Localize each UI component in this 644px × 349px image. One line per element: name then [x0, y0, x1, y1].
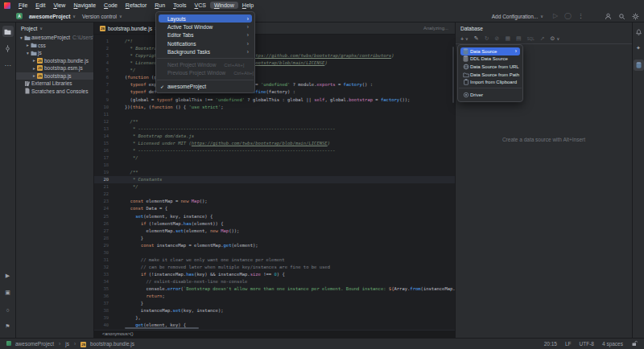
terminal-icon[interactable]: ▣ — [2, 287, 14, 298]
chevron-collapsed-icon[interactable]: ▸ — [25, 43, 31, 47]
code-line[interactable]: 39 }, — [94, 314, 455, 322]
menu-navigate[interactable]: Navigate — [69, 2, 100, 9]
project-icon[interactable] — [2, 26, 14, 37]
editor-tab[interactable]: JS bootstrap.bundle.js × — [94, 23, 164, 34]
code-line[interactable]: 37 } — [94, 300, 455, 307]
menu-item-editor-tabs[interactable]: Editor Tabs› — [159, 31, 252, 39]
code-line[interactable]: 34 // eslint-disable-next-line no-consol… — [94, 278, 455, 285]
menu-item-import-from-clipboard[interactable]: Import from Clipboard — [460, 78, 520, 86]
code-line[interactable]: 7 typeof exports === 'object' && typeof … — [94, 81, 455, 88]
refresh-icon[interactable]: ↻ — [485, 35, 489, 42]
code-line[interactable]: 1/*! — [94, 38, 455, 45]
menu-item-background-tasks[interactable]: Background Tasks› — [159, 47, 252, 55]
code-line[interactable]: 29 const instanceMap = elementMap.get(el… — [94, 242, 455, 249]
horizontal-scrollbar[interactable] — [125, 327, 199, 329]
code-line[interactable]: 17 */ — [94, 154, 455, 162]
menu-item-active-tool-window[interactable]: Active Tool Window› — [159, 23, 252, 31]
menu-tools[interactable]: Tools — [169, 2, 190, 9]
chevron-collapsed-icon[interactable]: ▸ — [31, 58, 37, 63]
menu-item-ddl-data-source[interactable]: DDL Data Source — [460, 55, 520, 64]
search-everywhere-icon[interactable] — [618, 13, 625, 20]
export-icon[interactable]: ↗ — [540, 35, 545, 42]
settings-gear-icon[interactable] — [632, 13, 639, 20]
code-line[interactable]: 27 elementMap.set(element, new Map()); — [94, 228, 455, 235]
code-line[interactable]: 31 // make it clear we only want one ins… — [94, 257, 455, 264]
chevron-down-icon[interactable]: ∨ — [39, 26, 43, 31]
code-line[interactable]: 26 if (!elementMap.has(element)) { — [94, 220, 455, 228]
menu-file[interactable]: File — [14, 2, 31, 9]
vertical-scrollbar[interactable] — [452, 47, 454, 103]
diagram-icon[interactable]: ▦ — [505, 35, 510, 42]
menu-item-notifications[interactable]: Notifications› — [159, 39, 252, 47]
code-editor[interactable]: 1/*!2 * Bootstrap v5.3.3 (https://getboo… — [94, 35, 455, 330]
menu-item-awesomeproject[interactable]: ✓awesomeProject — [159, 82, 252, 90]
code-line[interactable]: 14 * Bootstrap dom/data.js — [94, 133, 455, 140]
chevron-expanded-icon[interactable]: ▾ — [25, 51, 31, 55]
code-line[interactable]: 11 — [94, 111, 455, 118]
code-line[interactable]: 38 instanceMap.set(key, instance); — [94, 307, 455, 314]
code-line[interactable]: 24 const Data = { — [94, 205, 455, 212]
code-line[interactable]: 19 /** — [94, 169, 455, 176]
code-line[interactable]: 35 console.error(`Bootstrap doesn't allo… — [94, 285, 455, 293]
status-widget-utf-8[interactable]: UTF-8 — [580, 341, 594, 347]
status-widget-20-15[interactable]: 20:15 — [544, 341, 557, 347]
code-line[interactable]: 33 if (!instanceMap.has(key) && instance… — [94, 271, 455, 278]
run-button[interactable]: ▷ — [553, 13, 558, 19]
navbar-crumb[interactable]: awesomeProject — [15, 341, 54, 347]
profile-icon[interactable] — [605, 13, 612, 20]
project-switcher[interactable]: awesomeProject ∨ — [26, 14, 79, 19]
code-line[interactable]: 25 set(element, key, instance) { — [94, 213, 455, 220]
code-line[interactable]: 23 const elementMap = new Map(); — [94, 198, 455, 205]
tree-item-js[interactable]: ▾js — [16, 49, 93, 57]
tree-item-awesomeproject[interactable]: ▾awesomeProjectC:\Users\User\g — [16, 34, 93, 42]
code-line[interactable]: 4 * Licensed under MIT (https://github.c… — [94, 60, 455, 67]
menu-code[interactable]: Code — [100, 2, 122, 9]
code-line[interactable]: 15 * Licensed under MIT (https://github.… — [94, 140, 455, 147]
code-line[interactable]: 32 // can be removed later when multiple… — [94, 264, 455, 271]
tree-item-bootstrap-bundle-js[interactable]: ▸JSbootstrap.bundle.js — [16, 57, 93, 65]
menu-item-driver[interactable]: Driver — [460, 91, 520, 99]
menu-item-data-source-from-path[interactable]: Data Source from Path — [460, 71, 520, 79]
menu-vcs[interactable]: VCS — [191, 2, 210, 9]
menu-refactor[interactable]: Refactor — [122, 2, 151, 9]
menu-item-data-source[interactable]: Data Source› — [460, 47, 520, 55]
menu-view[interactable]: View — [49, 2, 69, 9]
code-line[interactable]: 28 } — [94, 235, 455, 242]
code-line[interactable]: 20 * Constants — [94, 176, 455, 183]
editor-breadcrumbs[interactable]: <anonymous>() — [94, 330, 455, 338]
code-line[interactable]: 30 — [94, 249, 455, 257]
sql-generator-icon[interactable]: SQL — [527, 37, 535, 41]
code-line[interactable]: 16 * -----------------------------------… — [94, 147, 455, 154]
stop-icon[interactable]: ⊘ — [495, 35, 500, 42]
code-line[interactable]: 13 * -----------------------------------… — [94, 125, 455, 133]
tree-item-bootstrap-js[interactable]: ▸JSbootstrap.js — [16, 72, 93, 80]
eye-filter-icon[interactable]: ⊙ — [551, 35, 555, 42]
more-tool-windows-icon[interactable]: ⋯ — [2, 60, 14, 71]
code-line[interactable]: 22 — [94, 191, 455, 198]
code-line[interactable]: 3 * Copyright 2011-2024 The Bootstrap Au… — [94, 52, 455, 60]
navbar-crumb[interactable]: js — [65, 341, 69, 347]
tree-item-bootstrap-esm-js[interactable]: ▸JSbootstrap.esm.js — [16, 64, 93, 72]
tree-item-external-libraries[interactable]: External Libraries — [16, 80, 93, 88]
menu-window[interactable]: Window — [210, 2, 238, 9]
problems-icon[interactable]: ○ — [2, 304, 14, 315]
code-line[interactable]: 36 return; — [94, 293, 455, 300]
chevron-collapsed-icon[interactable]: ▸ — [31, 73, 37, 78]
menu-help[interactable]: Help — [238, 2, 258, 9]
code-line[interactable]: 12 /** — [94, 118, 455, 125]
code-line[interactable]: 2 * Bootstrap v5.3.3 (https://getbootstr… — [94, 45, 455, 52]
menu-item-layouts[interactable]: Layouts› — [159, 14, 252, 23]
menu-item-data-source-from-url[interactable]: Data Source from URL — [460, 63, 520, 71]
chevron-collapsed-icon[interactable]: ▸ — [31, 66, 37, 71]
navbar-crumb[interactable]: bootstrap.bundle.js — [90, 341, 134, 347]
tree-item-scratches-and-consoles[interactable]: Scratches and Consoles — [16, 88, 93, 96]
status-widget-lf[interactable]: LF — [565, 341, 572, 347]
code-line[interactable]: 6(function (global, factory) { — [94, 74, 455, 81]
run-icon[interactable]: ▶ — [2, 270, 14, 281]
chevron-expanded-icon[interactable]: ▾ — [19, 35, 24, 40]
database-icon[interactable] — [634, 60, 644, 71]
commit-icon[interactable] — [2, 43, 14, 54]
readonly-lock-icon[interactable] — [631, 340, 638, 347]
status-widget-4-spaces[interactable]: 4 spaces — [602, 341, 623, 347]
menu-run[interactable]: Run — [151, 2, 169, 9]
